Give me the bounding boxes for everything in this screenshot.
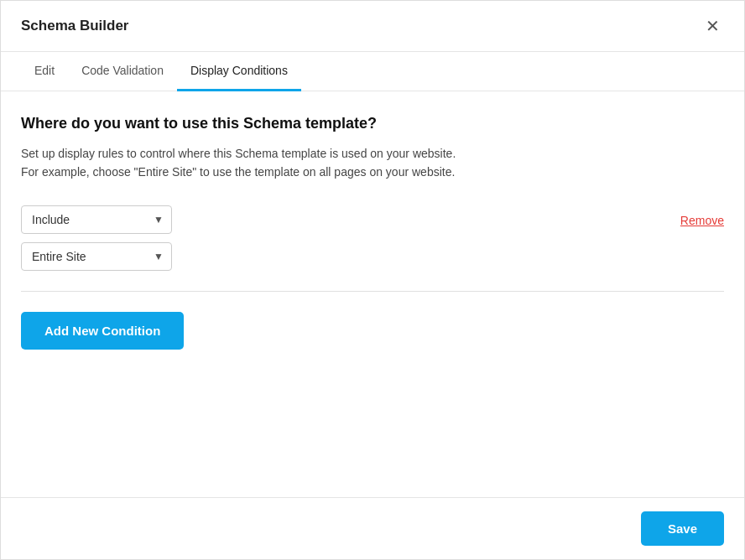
tab-code-validation[interactable]: Code Validation — [68, 52, 177, 91]
modal-title: Schema Builder — [21, 18, 129, 34]
divider — [21, 291, 724, 292]
include-select-wrapper: Include Exclude ▼ — [21, 205, 172, 234]
tab-edit[interactable]: Edit — [21, 52, 68, 91]
add-condition-button[interactable]: Add New Condition — [21, 312, 184, 350]
schema-builder-modal: Schema Builder ✕ Edit Code Validation Di… — [0, 0, 745, 560]
remove-condition-link[interactable]: Remove — [680, 205, 724, 227]
section-heading: Where do you want to use this Schema tem… — [21, 115, 724, 132]
condition-row: Include Exclude ▼ Entire Site Homepage B… — [21, 205, 724, 271]
modal-body: Where do you want to use this Schema tem… — [1, 91, 744, 497]
section-description: Set up display rules to control where th… — [21, 144, 724, 182]
save-button[interactable]: Save — [641, 511, 724, 546]
close-icon: ✕ — [706, 16, 720, 36]
tab-bar: Edit Code Validation Display Conditions — [1, 52, 744, 91]
tab-display-conditions[interactable]: Display Conditions — [177, 52, 301, 91]
modal-footer: Save — [1, 497, 744, 559]
location-select[interactable]: Entire Site Homepage Blog Posts Custom — [21, 242, 172, 271]
include-select[interactable]: Include Exclude — [21, 205, 172, 234]
condition-selects: Include Exclude ▼ Entire Site Homepage B… — [21, 205, 172, 271]
location-select-wrapper: Entire Site Homepage Blog Posts Custom ▼ — [21, 242, 172, 271]
close-button[interactable]: ✕ — [701, 14, 724, 38]
modal-header: Schema Builder ✕ — [1, 1, 744, 52]
